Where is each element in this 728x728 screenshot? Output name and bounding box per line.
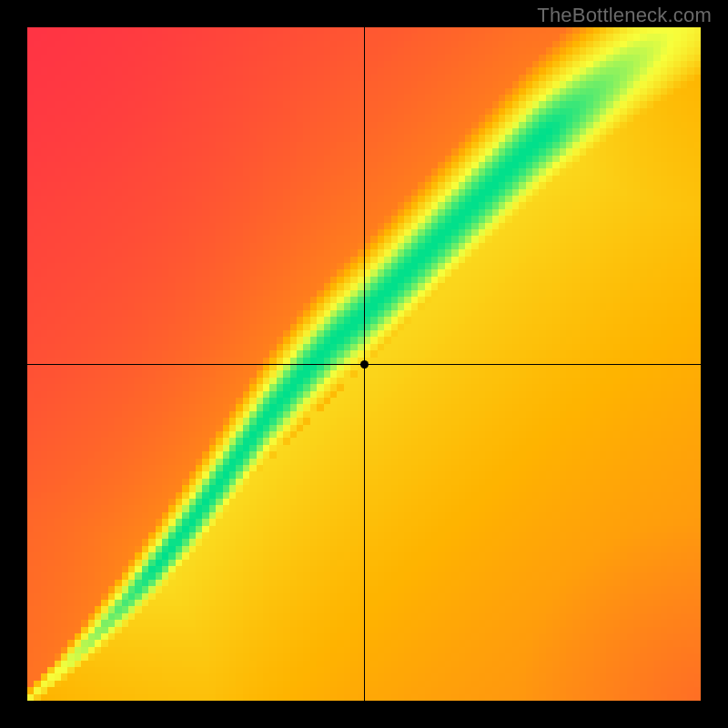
data-point-marker [360,360,369,369]
chart-frame: TheBottleneck.com [0,0,728,728]
heatmap-plot [27,27,701,701]
watermark-text: TheBottleneck.com [537,4,712,27]
